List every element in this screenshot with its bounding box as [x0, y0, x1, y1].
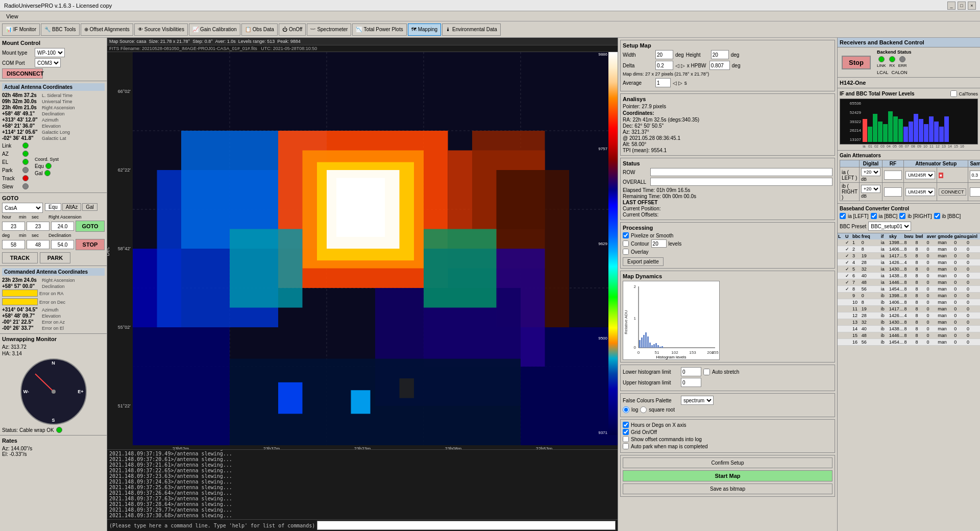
x-axis: 23h52m 23h37m 23h23m 23h08m 22h53m — [107, 445, 618, 449]
dec-deg-input[interactable] — [2, 240, 25, 249]
bbc-cell-6: 8 — [904, 267, 916, 272]
ia-bbc-checkbox[interactable] — [871, 213, 877, 219]
width-input[interactable] — [655, 50, 673, 59]
grid-onoff-checkbox[interactable] — [623, 429, 629, 435]
equ-tab[interactable]: Equ — [45, 203, 61, 211]
park-status-row: Park — [2, 167, 29, 173]
connect-button[interactable]: CONNECT — [939, 188, 967, 196]
maximize-button[interactable]: □ — [958, 2, 966, 10]
right-att-select[interactable]: UM245R — [905, 188, 935, 196]
bbc-preset-select[interactable]: BBC_setup01 — [868, 222, 911, 231]
upper-hist-input[interactable] — [681, 378, 701, 387]
average-input[interactable] — [655, 78, 671, 87]
source-vis-btn[interactable]: 👁 Source Visibilities — [134, 23, 188, 36]
show-offsets-checkbox[interactable] — [623, 436, 629, 442]
left-att-select[interactable]: UM245R — [905, 171, 935, 179]
contour-checkbox[interactable] — [623, 240, 629, 247]
cal-tones-checkbox[interactable] — [950, 90, 957, 97]
status-title: Status — [623, 160, 832, 166]
mount-type-select[interactable]: WP-100 — [35, 48, 65, 57]
bbc-cell-6: 4 — [904, 313, 916, 318]
x-tick-1: 23h37m — [263, 446, 280, 449]
if-monitor-btn[interactable]: 📊 IF Monitor — [2, 23, 40, 36]
overlay-checkbox[interactable] — [623, 249, 629, 255]
disconnect-button[interactable]: DISCONNECT — [2, 68, 43, 79]
ra-sec-input[interactable] — [51, 222, 74, 231]
bbc-cell-7: 8 — [915, 340, 926, 345]
bbc-cell-4: ia — [881, 273, 889, 278]
gal-tab[interactable]: Gal — [82, 203, 97, 211]
obs-data-btn[interactable]: 📋 Obs Data — [241, 23, 278, 36]
lower-hist-input[interactable] — [681, 367, 701, 376]
hours-degs-checkbox[interactable] — [623, 422, 629, 428]
height-input[interactable] — [711, 50, 729, 59]
slew-label: Slew — [2, 184, 22, 189]
right-rf-input[interactable] — [884, 187, 902, 197]
track-button[interactable]: TRACK — [2, 252, 38, 263]
stop-button[interactable]: Stop — [842, 56, 871, 69]
ra-hour-input[interactable] — [2, 222, 25, 231]
overlay-row: Overlay — [623, 249, 832, 255]
console-line: 2021.148.09:37:20.61>/antenna slewing... — [109, 456, 616, 462]
com-port-select[interactable]: COM3 — [35, 58, 61, 67]
obs-icon: 📋 — [245, 27, 251, 32]
minimize-button[interactable]: _ — [947, 2, 955, 10]
view-menu[interactable]: View — [2, 12, 22, 20]
delta-input[interactable] — [655, 61, 673, 70]
dec-min-input[interactable] — [27, 240, 50, 249]
dec-values-row: STOP — [2, 239, 105, 250]
altaz-tab[interactable]: AltAz — [62, 203, 81, 211]
source-select[interactable]: CasA — [2, 203, 43, 213]
gain-table: Digital RF Attenuator Setup Sampler ia (… — [840, 160, 980, 201]
total-power-btn[interactable]: 📉 Total Power Plots — [352, 23, 406, 36]
left-sampler-input[interactable] — [970, 171, 980, 180]
env-data-btn[interactable]: 🌡 Environmental Data — [442, 23, 501, 36]
ia-left-checkbox[interactable] — [840, 213, 846, 219]
bbc-cell-0 — [838, 280, 845, 285]
auto-stretch-checkbox[interactable] — [703, 369, 710, 375]
save-bitmap-button[interactable]: Save as bitmap — [623, 484, 832, 494]
bbc-tools-btn[interactable]: 🔧 BBC Tools — [41, 23, 80, 36]
right-label: ib ( RIGHT ) — [840, 183, 860, 201]
window-controls[interactable]: _ □ × — [947, 2, 976, 10]
false-colors-section: False Colours Palette spectrum log squar… — [620, 393, 835, 417]
level-bar-06 — [893, 116, 898, 142]
close-button[interactable]: × — [968, 2, 976, 10]
console-input[interactable] — [317, 521, 616, 530]
bbc-cell-10: 0 — [954, 267, 967, 272]
hpbw-input[interactable] — [709, 61, 730, 70]
gain-cal-btn[interactable]: 📈 Gain Calibration — [189, 23, 240, 36]
right-sampler-input[interactable] — [970, 187, 980, 197]
ib-right-checkbox[interactable] — [899, 213, 905, 219]
sqrt-radio[interactable] — [640, 406, 647, 413]
ra-min-input[interactable] — [27, 222, 50, 231]
setup-map-title: Setup Map — [623, 42, 832, 49]
dec-sec-input[interactable] — [51, 240, 74, 249]
export-palette-button[interactable]: Export palette — [623, 257, 664, 266]
confirm-setup-button[interactable]: Confirm Setup — [623, 457, 832, 468]
stop-button[interactable]: STOP — [76, 239, 105, 250]
left-rf-input[interactable] — [884, 171, 902, 180]
bbc-cell-2: 6 — [852, 273, 862, 278]
mapping-btn[interactable]: 🗺 Mapping — [408, 23, 441, 36]
park-button[interactable]: PARK — [40, 252, 70, 263]
contour-levels-input[interactable] — [651, 239, 667, 248]
left-digital-select[interactable]: +20 — [861, 168, 880, 176]
bbc-cell-7: 8 — [915, 300, 926, 305]
error-ra-box — [2, 289, 38, 297]
palette-select[interactable]: spectrum — [681, 396, 714, 405]
goto-button[interactable]: GOTO — [76, 221, 105, 232]
pixelize-checkbox[interactable] — [623, 232, 629, 238]
spectrometer-btn[interactable]: 〰 Spectrometer — [307, 23, 351, 36]
ra-coord: RA: 22h 41m 32.5s (degs:340.35) — [623, 117, 832, 123]
bbc-cell-10: 0 — [954, 313, 967, 318]
onoff-btn[interactable]: ⏻ OnOff — [279, 23, 306, 36]
offset-alignments-btn[interactable]: ⊕ Offset Alignments — [81, 23, 133, 36]
bbc-cell-7: 8 — [915, 313, 926, 318]
log-radio[interactable] — [623, 406, 629, 413]
right-digital-select[interactable]: +20 — [861, 185, 880, 193]
start-map-button[interactable]: Start Map — [623, 470, 832, 481]
auto-park-checkbox[interactable] — [623, 443, 629, 449]
bbc-cell-9: man — [938, 326, 954, 331]
ib-bbc-checkbox[interactable] — [934, 213, 940, 219]
